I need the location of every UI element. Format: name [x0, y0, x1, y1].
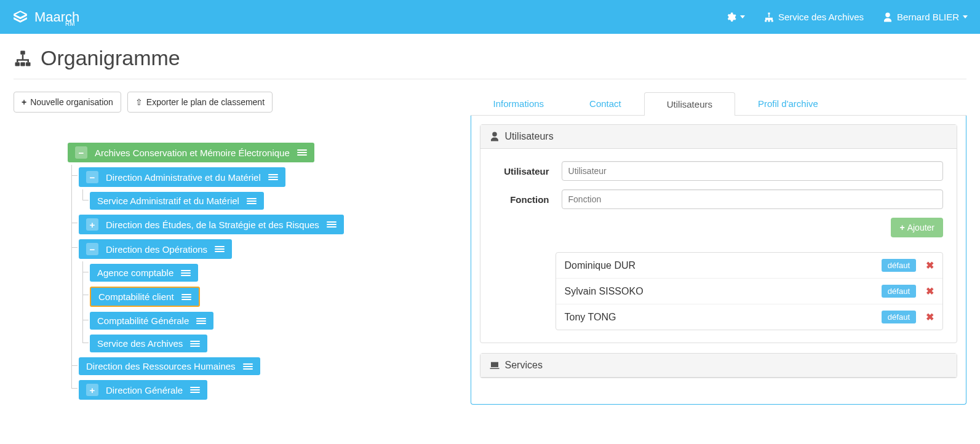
collapse-icon[interactable]: − — [86, 243, 98, 255]
default-badge[interactable]: défaut — [882, 259, 916, 272]
tree-node-dir-etudes[interactable]: + Direction des Études, de la Stratégie … — [79, 215, 344, 234]
user-row-name: Dominique DUR — [565, 260, 636, 271]
menu-icon[interactable] — [190, 341, 200, 347]
collapse-icon[interactable]: − — [75, 146, 87, 159]
service-label: Service des Archives — [778, 12, 864, 22]
default-badge[interactable]: défaut — [882, 311, 916, 323]
svg-rect-2 — [20, 62, 25, 66]
tree-node-compta-gen[interactable]: Comptabilité Générale — [90, 312, 213, 330]
tab-utilisateurs[interactable]: Utilisateurs — [644, 92, 735, 116]
user-menu[interactable]: Bernard BLIER — [882, 12, 968, 23]
tree-node-compta-client[interactable]: Comptabilité client — [90, 287, 200, 307]
tree-node-dir-admin[interactable]: − Direction Administrative et du Matérie… — [79, 167, 285, 187]
tab-contact[interactable]: Contact — [567, 92, 644, 115]
page-title-text: Organigramme — [41, 46, 180, 70]
expand-icon[interactable]: + — [86, 384, 98, 396]
remove-user-button[interactable]: ✖ — [926, 260, 934, 271]
menu-icon[interactable] — [190, 387, 200, 393]
default-badge[interactable]: défaut — [882, 285, 916, 298]
brand[interactable]: Maarch RM — [12, 9, 79, 25]
tree-node-svc-admin[interactable]: Service Administratif et du Matériel — [90, 192, 264, 210]
remove-user-button[interactable]: ✖ — [926, 285, 934, 297]
tree-node-dir-gen[interactable]: + Direction Générale — [79, 380, 207, 400]
function-input[interactable] — [562, 189, 943, 209]
user-icon — [882, 12, 893, 23]
menu-icon[interactable] — [196, 318, 206, 324]
user-row: Sylvain SISSOKO défaut ✖ — [556, 279, 942, 304]
services-panel-header[interactable]: Services — [480, 354, 957, 378]
chevron-down-icon — [963, 15, 968, 18]
user-input[interactable] — [562, 161, 943, 181]
menu-icon[interactable] — [327, 221, 337, 228]
expand-icon[interactable]: + — [86, 218, 98, 231]
users-panel-title: Utilisateurs — [505, 131, 554, 142]
detail-tabs: Informations Contact Utilisateurs Profil… — [471, 92, 966, 116]
laptop-icon — [489, 360, 500, 371]
menu-icon[interactable] — [181, 270, 191, 276]
tree-node-dir-ops[interactable]: − Direction des Opérations — [79, 239, 232, 259]
tree-node-dir-rh[interactable]: Direction des Ressources Humaines — [79, 357, 260, 375]
services-panel: Services — [480, 353, 957, 378]
brand-logo-icon — [12, 9, 28, 25]
user-row-name: Sylvain SISSOKO — [565, 286, 643, 297]
plus-icon: + — [899, 223, 904, 232]
upload-icon: ⇧ — [135, 97, 143, 107]
menu-icon[interactable] — [268, 174, 278, 180]
svg-rect-1 — [15, 62, 20, 66]
menu-icon[interactable] — [297, 149, 307, 156]
svg-rect-0 — [20, 50, 25, 54]
new-organization-button[interactable]: + Nouvelle organisation — [14, 92, 121, 113]
svg-rect-3 — [26, 62, 31, 66]
user-row-name: Tony TONG — [565, 312, 616, 323]
sitemap-icon — [763, 12, 775, 23]
chevron-down-icon — [740, 15, 745, 18]
page-title: Organigramme — [14, 46, 966, 79]
remove-user-button[interactable]: ✖ — [926, 311, 934, 323]
menu-icon[interactable] — [181, 294, 191, 300]
settings-menu[interactable] — [725, 12, 745, 23]
user-icon — [489, 131, 500, 142]
function-field-label: Fonction — [494, 194, 562, 205]
gear-icon — [725, 12, 736, 23]
collapse-icon[interactable]: − — [86, 171, 98, 183]
menu-icon[interactable] — [215, 246, 225, 252]
add-user-button[interactable]: + Ajouter — [891, 218, 943, 237]
tree-node-agence-compta[interactable]: Agence comptable — [90, 264, 198, 282]
user-field-label: Utilisateur — [494, 166, 562, 176]
user-row: Tony TONG défaut ✖ — [556, 304, 942, 330]
sitemap-icon — [14, 49, 32, 68]
menu-icon[interactable] — [247, 198, 257, 204]
tree-node-root[interactable]: − Archives Conservation et Mémoire Élect… — [68, 143, 314, 162]
detail-panel: Utilisateurs Utilisateur Fonction — [471, 116, 966, 405]
service-link[interactable]: Service des Archives — [763, 12, 864, 23]
user-name: Bernard BLIER — [897, 12, 959, 22]
tab-profil-archive[interactable]: Profil d'archive — [735, 92, 841, 115]
tree-node-svc-archives[interactable]: Service des Archives — [90, 335, 207, 352]
tab-informations[interactable]: Informations — [471, 92, 567, 115]
user-list: Dominique DUR défaut ✖ Sylvain SISSOKO d… — [556, 252, 943, 330]
menu-icon[interactable] — [243, 363, 253, 370]
export-plan-button[interactable]: ⇧ Exporter le plan de classement — [127, 92, 273, 113]
app-header: Maarch RM Service des Archives Bernard B… — [0, 0, 980, 34]
plus-icon: + — [22, 97, 26, 107]
user-row: Dominique DUR défaut ✖ — [556, 253, 942, 279]
users-panel-header: Utilisateurs — [480, 125, 957, 149]
services-panel-title: Services — [505, 360, 543, 371]
org-tree: − Archives Conservation et Mémoire Élect… — [57, 140, 452, 402]
